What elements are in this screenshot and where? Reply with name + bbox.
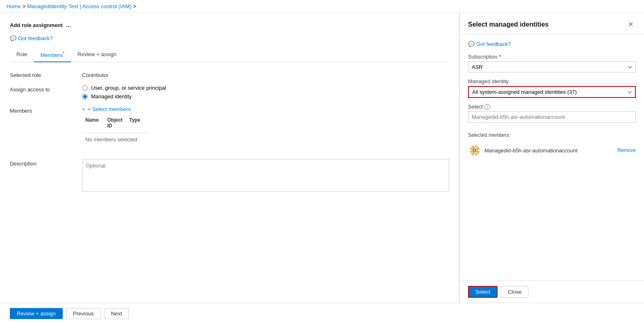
radio-managed-input[interactable] xyxy=(82,94,88,100)
svg-rect-4 xyxy=(470,150,472,151)
member-icon xyxy=(468,144,481,157)
members-row: Members + + Select members Name Object I… xyxy=(10,106,449,146)
svg-rect-3 xyxy=(474,153,475,155)
select-info-icon[interactable]: i xyxy=(484,104,490,110)
right-panel-header: Select managed identities ✕ xyxy=(460,13,644,34)
radio-user-input[interactable] xyxy=(82,85,88,91)
managed-identity-dropdown[interactable]: All system-assigned managed identities (… xyxy=(468,86,636,98)
radio-managed-label: Managed identity xyxy=(91,93,132,100)
breadcrumb-sep-2: > xyxy=(133,3,136,9)
bottom-bar: Review + assign Previous Next xyxy=(0,303,644,324)
assign-access-label: Assign access to xyxy=(10,85,75,93)
breadcrumb-home[interactable]: Home xyxy=(7,3,21,9)
breadcrumb-iam[interactable]: ManagedIdentity-Test | Access control (I… xyxy=(27,3,131,9)
tab-members[interactable]: Members* xyxy=(34,48,71,62)
description-textarea[interactable] xyxy=(82,159,449,192)
feedback-link-right[interactable]: 💬 Got feedback? xyxy=(468,41,636,47)
select-search-input[interactable] xyxy=(468,111,636,122)
assign-access-row: Assign access to User, group, or service… xyxy=(10,85,449,100)
select-members-link[interactable]: + + Select members xyxy=(82,106,148,112)
feedback-link-left[interactable]: 💬 Got feedback? xyxy=(10,35,449,41)
col-type: Type xyxy=(126,116,148,130)
tab-required-star: * xyxy=(63,51,64,56)
description-label: Description xyxy=(10,159,75,167)
right-panel-title: Select managed identities xyxy=(468,21,549,28)
subscription-dropdown[interactable]: ASR xyxy=(468,61,636,73)
main-content: Add role assignment ... 💬 Got feedback? … xyxy=(0,13,644,303)
selected-members-label: Selected members: xyxy=(468,132,636,138)
radio-group: User, group, or service principal Manage… xyxy=(82,85,166,100)
right-panel-body: 💬 Got feedback? Subscription * ASR Manag… xyxy=(460,34,644,281)
select-members-text: + Select members xyxy=(88,106,131,112)
page-title: Add role assignment ... xyxy=(10,21,71,29)
right-close-button[interactable]: Close xyxy=(501,286,528,298)
no-members-text: No members selected xyxy=(82,133,148,146)
svg-point-11 xyxy=(474,150,475,151)
right-panel: Select managed identities ✕ 💬 Got feedba… xyxy=(459,13,644,303)
left-panel: Add role assignment ... 💬 Got feedback? … xyxy=(0,13,459,303)
description-section: Description xyxy=(10,159,449,192)
page-title-dots[interactable]: ... xyxy=(66,21,71,29)
select-field-label: Select i xyxy=(468,104,636,110)
selected-role-label: Selected role xyxy=(10,70,75,78)
review-assign-button[interactable]: Review + assign xyxy=(10,308,63,319)
next-button[interactable]: Next xyxy=(104,308,129,319)
members-table: Name Object ID Type No members selected xyxy=(82,116,148,146)
radio-user[interactable]: User, group, or service principal xyxy=(82,85,166,91)
subscription-required-star: * xyxy=(499,54,501,60)
member-name: Managedid-b5h-asr-automationaccount xyxy=(484,147,578,154)
col-name: Name xyxy=(82,116,104,130)
tab-review-assign[interactable]: Review + assign xyxy=(71,48,123,62)
feedback-icon-left: 💬 xyxy=(10,35,16,41)
radio-user-label: User, group, or service principal xyxy=(91,85,166,91)
managed-identity-label: Managed identity xyxy=(468,78,636,84)
selected-member-item: Managedid-b5h-asr-automationaccount Remo… xyxy=(468,141,636,159)
right-panel-footer: Select Close xyxy=(460,281,644,303)
tabs: Role Members* Review + assign xyxy=(10,48,449,62)
radio-managed[interactable]: Managed identity xyxy=(82,93,166,100)
close-panel-button[interactable]: ✕ xyxy=(626,20,636,29)
selected-member-left: Managedid-b5h-asr-automationaccount xyxy=(468,144,578,157)
previous-button[interactable]: Previous xyxy=(66,308,101,319)
breadcrumb-sep-1: > xyxy=(23,3,26,9)
form-section: Selected role Contributor Assign access … xyxy=(10,70,449,192)
managed-identity-field: Managed identity All system-assigned man… xyxy=(468,78,636,98)
selected-role-row: Selected role Contributor xyxy=(10,70,449,78)
selected-members-section: Selected members: xyxy=(468,132,636,159)
svg-rect-5 xyxy=(477,150,480,151)
members-section: + + Select members Name Object ID Type N… xyxy=(82,106,148,146)
col-object-id: Object ID xyxy=(104,116,126,130)
members-label: Members xyxy=(10,106,75,114)
remove-member-link[interactable]: Remove xyxy=(617,147,636,153)
breadcrumb: Home > ManagedIdentity-Test | Access con… xyxy=(0,0,644,13)
subscription-field: Subscription * ASR xyxy=(468,54,636,73)
plus-icon: + xyxy=(82,106,85,112)
tab-role[interactable]: Role xyxy=(10,48,34,62)
select-button[interactable]: Select xyxy=(468,286,498,298)
select-field: Select i xyxy=(468,104,636,122)
members-table-header: Name Object ID Type xyxy=(82,116,148,133)
selected-role-value: Contributor xyxy=(82,70,108,78)
svg-rect-2 xyxy=(474,145,475,147)
feedback-icon-right: 💬 xyxy=(468,41,475,47)
subscription-label: Subscription * xyxy=(468,54,636,60)
